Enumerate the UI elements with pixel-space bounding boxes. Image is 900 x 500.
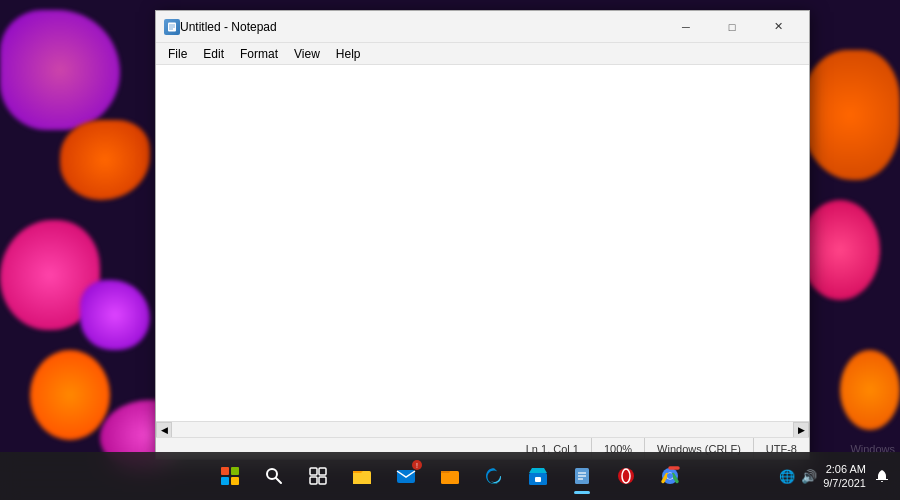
chrome-icon (660, 466, 680, 486)
close-button[interactable]: ✕ (755, 11, 801, 43)
menu-bar: File Edit Format View Help (156, 43, 809, 65)
search-icon (265, 467, 283, 485)
bg-blob-6 (800, 50, 900, 180)
opera-button[interactable] (606, 456, 646, 496)
bg-blob-5 (80, 280, 150, 350)
svg-rect-16 (535, 477, 541, 482)
mail-badge: ! (412, 460, 422, 470)
store-icon (528, 466, 548, 486)
file-explorer-icon (352, 466, 372, 486)
svg-rect-7 (319, 468, 326, 475)
bell-icon (875, 469, 889, 483)
menu-edit[interactable]: Edit (195, 45, 232, 63)
windows-icon (221, 467, 239, 485)
scroll-track[interactable] (172, 422, 793, 438)
volume-icon[interactable]: 🔊 (801, 469, 817, 484)
folder-button[interactable] (430, 456, 470, 496)
window-title: Untitled - Notepad (180, 20, 663, 34)
edge-button[interactable] (474, 456, 514, 496)
scroll-left-button[interactable]: ◀ (156, 422, 172, 438)
taskbar-center: ! (210, 456, 690, 496)
notification-bell[interactable] (872, 456, 892, 496)
clock-time: 2:06 AM (823, 462, 866, 476)
folder-icon (440, 466, 460, 486)
svg-line-5 (276, 478, 281, 483)
clock-date: 9/7/2021 (823, 476, 866, 490)
notepad-window: Untitled - Notepad ─ □ ✕ File Edit Forma… (155, 10, 810, 460)
svg-point-21 (618, 468, 634, 484)
menu-view[interactable]: View (286, 45, 328, 63)
search-button[interactable] (254, 456, 294, 496)
svg-rect-8 (310, 477, 317, 484)
title-bar-controls: ─ □ ✕ (663, 11, 801, 43)
bg-blob-1 (0, 10, 120, 130)
svg-rect-6 (310, 468, 317, 475)
bg-blob-2 (60, 120, 150, 200)
system-tray-icons: 🌐 🔊 (779, 469, 817, 484)
start-button[interactable] (210, 456, 250, 496)
chrome-button[interactable] (650, 456, 690, 496)
edge-icon (484, 466, 504, 486)
desktop: Windows Untitled - Notepad ─ □ ✕ File (0, 0, 900, 500)
svg-marker-15 (529, 468, 547, 473)
svg-rect-11 (353, 473, 371, 484)
editor-textarea[interactable] (156, 65, 809, 421)
title-bar: Untitled - Notepad ─ □ ✕ (156, 11, 809, 43)
bg-blob-8 (840, 350, 900, 430)
taskbar: ! (0, 452, 900, 500)
maximize-button[interactable]: □ (709, 11, 755, 43)
editor-container (156, 65, 809, 421)
clock[interactable]: 2:06 AM 9/7/2021 (823, 462, 866, 491)
notepad-taskbar-icon (573, 467, 591, 485)
menu-format[interactable]: Format (232, 45, 286, 63)
bg-blob-7 (800, 200, 880, 300)
scroll-right-button[interactable]: ▶ (793, 422, 809, 438)
svg-rect-9 (319, 477, 326, 484)
menu-help[interactable]: Help (328, 45, 369, 63)
task-view-icon (309, 467, 327, 485)
horizontal-scrollbar[interactable]: ◀ ▶ (156, 421, 809, 437)
notepad-taskbar-button[interactable] (562, 456, 602, 496)
taskbar-right: 🌐 🔊 2:06 AM 9/7/2021 (779, 456, 892, 496)
task-view-button[interactable] (298, 456, 338, 496)
file-explorer-button[interactable] (342, 456, 382, 496)
svg-point-25 (667, 473, 673, 479)
notepad-app-icon (164, 19, 180, 35)
menu-file[interactable]: File (160, 45, 195, 63)
store-button[interactable] (518, 456, 558, 496)
opera-icon (616, 466, 636, 486)
network-icon[interactable]: 🌐 (779, 469, 795, 484)
mail-button[interactable]: ! (386, 456, 426, 496)
minimize-button[interactable]: ─ (663, 11, 709, 43)
bg-blob-4 (30, 350, 110, 440)
